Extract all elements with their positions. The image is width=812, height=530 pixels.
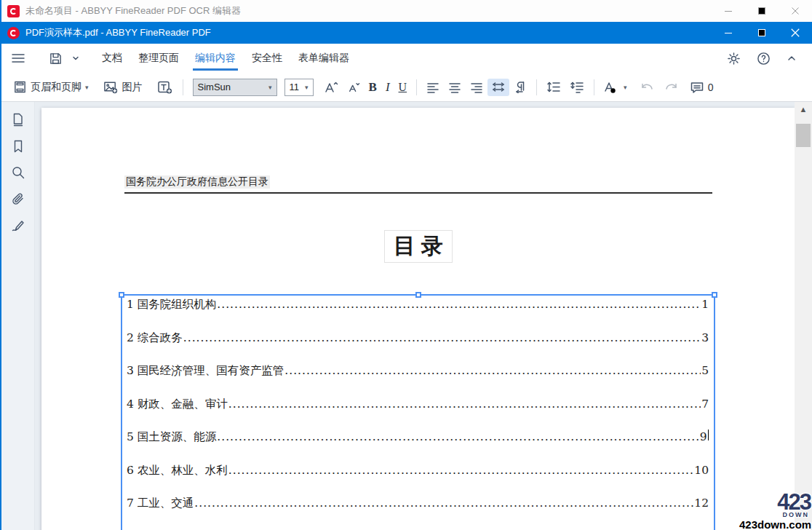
watermark-site: 423down.com — [739, 519, 811, 530]
font-family-value: SimSun — [198, 82, 231, 92]
toc-row[interactable]: 4 财政、金融、审计..............................… — [122, 397, 714, 430]
line-spacing-button[interactable] — [542, 78, 565, 96]
scrollbar-thumb[interactable] — [796, 124, 811, 147]
header-rule — [124, 192, 712, 194]
header-footer-label: 页眉和页脚 — [31, 81, 81, 94]
add-text-icon — [157, 80, 173, 95]
dot-leader: ........................................… — [228, 398, 701, 411]
save-button[interactable] — [42, 44, 69, 73]
align-center-icon — [448, 82, 461, 93]
comment-icon — [690, 81, 704, 94]
bold-button[interactable]: B — [365, 77, 381, 98]
tab-document[interactable]: 文档 — [94, 44, 130, 73]
toc-entry-text: 7 工业、交通 — [127, 496, 194, 511]
edit-toolbar: 页眉和页脚 ▾ 图片 SimSun ▾ 11 ▾ B I U — [1, 73, 812, 102]
dot-leader: ........................................… — [284, 364, 701, 377]
header-footer-button[interactable]: 页眉和页脚 ▾ — [9, 77, 93, 97]
toc-page-number: 7 — [701, 398, 709, 411]
dot-leader: ........................................… — [217, 430, 698, 443]
toc-title[interactable]: 目录 — [384, 230, 453, 263]
doc-close-button[interactable] — [779, 22, 812, 44]
toc-page-number: 9 — [700, 430, 707, 443]
tab-form-editor[interactable]: 表单编辑器 — [290, 44, 357, 73]
toc-entry-text: 5 国土资源、能源 — [127, 430, 216, 445]
search-icon — [11, 165, 25, 180]
undo-button[interactable] — [636, 79, 659, 96]
font-size-select[interactable]: 11 ▾ — [284, 79, 314, 96]
main-menu-button[interactable] — [4, 44, 32, 73]
toc-entry-text: 3 国民经济管理、国有资产监管 — [127, 363, 284, 379]
save-options-dropdown[interactable] — [69, 44, 82, 73]
font-family-select[interactable]: SimSun ▾ — [193, 79, 277, 96]
insert-image-button[interactable]: 图片 — [99, 77, 147, 98]
font-size-value: 11 — [290, 82, 300, 92]
align-right-button[interactable] — [466, 79, 487, 96]
decrease-font-button[interactable] — [343, 79, 365, 96]
bookmarks-panel-button[interactable] — [6, 134, 31, 159]
paperclip-icon — [11, 191, 25, 206]
tab-edit-content[interactable]: 编辑内容 — [187, 44, 244, 73]
maximize-button[interactable] — [745, 0, 779, 22]
font-color-button[interactable]: ▾ — [600, 78, 632, 97]
toc-row[interactable]: 7 工业、交通.................................… — [122, 496, 714, 529]
undo-icon — [640, 82, 655, 93]
doc-maximize-button[interactable] — [745, 22, 779, 44]
toc-block[interactable]: 1 国务院组织机构...............................… — [121, 294, 715, 530]
pdf-page: 国务院办公厅政府信息公开目录 目录 1 国务院组织机构.............… — [41, 108, 795, 530]
redo-button[interactable] — [659, 79, 682, 96]
italic-button[interactable]: I — [381, 77, 394, 98]
page-icon — [10, 112, 25, 128]
save-icon — [49, 52, 63, 66]
toc-row[interactable]: 6 农业、林业、水利..............................… — [122, 463, 714, 497]
page-header-text[interactable]: 国务院办公厅政府信息公开目录 — [124, 175, 270, 189]
toc-entry-text: 4 财政、金融、审计 — [127, 397, 228, 412]
insert-image-label: 图片 — [122, 81, 143, 94]
underline-button[interactable]: U — [394, 78, 412, 97]
document-viewport[interactable]: 国务院办公厅政府信息公开目录 目录 1 国务院组织机构.............… — [35, 102, 795, 530]
search-panel-button[interactable] — [6, 160, 31, 185]
comments-button[interactable]: 0 — [685, 78, 718, 97]
background-titlebar: 未命名项目 - ABBYY FineReader PDF OCR 编辑器 — [1, 0, 812, 22]
align-left-button[interactable] — [422, 79, 444, 96]
paragraph-spacing-button[interactable] — [565, 78, 589, 96]
toc-row[interactable]: 5 国土资源、能源...............................… — [122, 430, 714, 463]
decrease-font-icon — [347, 82, 360, 93]
rtl-direction-icon — [514, 81, 527, 93]
chevron-up-icon — [787, 53, 797, 63]
settings-button[interactable] — [719, 52, 749, 66]
chevron-down-icon — [72, 55, 79, 62]
ribbon-tabs: 文档 整理页面 编辑内容 安全性 表单编辑器 — [94, 44, 357, 73]
toc-page-number: 3 — [701, 331, 709, 344]
hamburger-icon — [11, 51, 25, 66]
abbyy-app-icon — [7, 5, 20, 17]
document-titlebar[interactable]: PDF演示样本.pdf - ABBYY FineReader PDF — [1, 22, 812, 44]
paragraph-spacing-icon — [570, 81, 584, 93]
pages-panel-button[interactable] — [6, 108, 31, 132]
doc-minimize-button[interactable] — [712, 22, 745, 44]
collapse-ribbon-button[interactable] — [779, 53, 805, 63]
toc-row[interactable]: 3 国民经济管理、国有资产监管.........................… — [122, 363, 714, 397]
dot-leader: ........................................… — [183, 331, 701, 344]
justify-button[interactable] — [487, 79, 509, 96]
scroll-up-arrow[interactable]: ▲ — [795, 105, 812, 114]
signature-pen-icon — [11, 218, 25, 232]
vertical-scrollbar[interactable]: ▲ — [795, 102, 812, 530]
signature-panel-button[interactable] — [6, 213, 31, 237]
close-button[interactable] — [779, 0, 812, 22]
toc-row[interactable]: 1 国务院组织机构...............................… — [122, 297, 714, 331]
align-center-button[interactable] — [444, 79, 466, 96]
toc-row[interactable]: 2 综合政务..................................… — [122, 331, 714, 364]
tab-security[interactable]: 安全性 — [244, 44, 290, 73]
justify-icon — [492, 82, 505, 93]
toc-rows: 1 国务院组织机构...............................… — [122, 297, 714, 530]
finereader-doc-icon — [7, 27, 20, 39]
chevron-down-icon: ▾ — [624, 84, 627, 91]
text-direction-button[interactable] — [509, 78, 531, 96]
dot-leader: ........................................… — [194, 497, 693, 510]
increase-font-button[interactable] — [319, 78, 343, 97]
minimize-button[interactable] — [712, 0, 745, 22]
help-button[interactable] — [749, 52, 779, 66]
add-text-button[interactable] — [153, 77, 178, 98]
tab-organize-pages[interactable]: 整理页面 — [130, 44, 187, 73]
attachments-panel-button[interactable] — [6, 186, 31, 211]
